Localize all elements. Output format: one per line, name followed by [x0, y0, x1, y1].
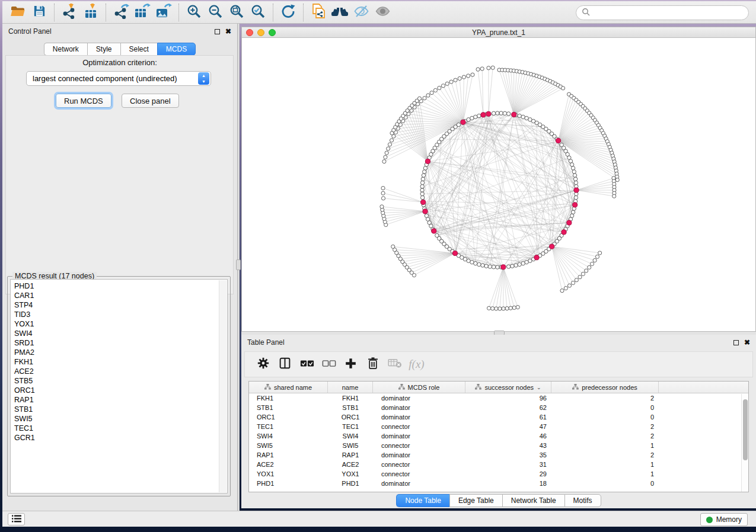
- function-builder-button-disabled[interactable]: f(x): [406, 354, 428, 374]
- network-graph: [242, 38, 755, 331]
- mcds-list-scrollbar[interactable]: [219, 280, 227, 492]
- table-cell: PHD1: [249, 480, 328, 487]
- table-row[interactable]: ACE2ACE2connector311: [249, 460, 748, 469]
- mcds-result-item[interactable]: TEC1: [14, 424, 227, 433]
- table-cell: connector: [373, 423, 465, 430]
- mcds-result-item[interactable]: PMA2: [14, 348, 227, 357]
- run-mcds-button[interactable]: Run MCDS: [56, 94, 111, 108]
- mcds-result-item[interactable]: YOX1: [14, 319, 227, 329]
- table-scrollbar[interactable]: [741, 394, 748, 492]
- open-file-button[interactable]: [7, 3, 28, 22]
- table-cell: ORC1: [328, 414, 373, 421]
- table-cell: 61: [465, 414, 551, 421]
- tab-network[interactable]: Network: [44, 43, 87, 56]
- toolbar-separator: [54, 4, 55, 21]
- delete-columns-button[interactable]: [362, 354, 384, 374]
- tab-edge-table[interactable]: Edge Table: [449, 494, 502, 507]
- network-search-field[interactable]: [576, 5, 749, 20]
- network-canvas[interactable]: [242, 38, 755, 331]
- table-row[interactable]: SWI4SWI4dominator462: [249, 431, 748, 441]
- table-panel: Table Panel ✖ f(x) shared namename: [241, 335, 756, 508]
- gear-icon: [257, 357, 270, 372]
- show-panels-button[interactable]: [8, 513, 25, 525]
- copy-network-button[interactable]: [308, 3, 329, 22]
- mcds-result-item[interactable]: RAP1: [14, 395, 227, 405]
- toolbar-separator: [178, 4, 179, 21]
- delete-table-button-disabled[interactable]: [384, 354, 406, 374]
- zoom-in-button[interactable]: [183, 3, 205, 22]
- toolbar-separator: [106, 4, 106, 21]
- mcds-result-item[interactable]: ACE2: [14, 367, 227, 376]
- mcds-result-item[interactable]: CAR1: [14, 291, 227, 300]
- column-header-shared-name[interactable]: shared name: [249, 382, 328, 393]
- float-panel-icon[interactable]: [215, 29, 220, 34]
- column-type-icon: [475, 384, 481, 391]
- mcds-result-item[interactable]: PHD1: [14, 281, 227, 291]
- refresh-button[interactable]: [277, 3, 299, 22]
- zoom-selected-button[interactable]: [247, 3, 269, 22]
- column-type-icon: [264, 384, 271, 391]
- optimization-criterion-select[interactable]: largest connected component (undirected)…: [26, 71, 211, 86]
- deselect-all-button[interactable]: [318, 354, 340, 374]
- export-image-button[interactable]: [153, 3, 174, 22]
- show-all-button[interactable]: [372, 3, 393, 22]
- mcds-result-item[interactable]: STB5: [14, 376, 227, 386]
- table-cell: STB1: [249, 404, 328, 411]
- table-cell: ACE2: [249, 461, 328, 468]
- table-settings-button[interactable]: [252, 354, 274, 374]
- export-table-button[interactable]: [132, 3, 153, 22]
- float-panel-icon[interactable]: [733, 340, 739, 345]
- export-network-button[interactable]: [110, 3, 132, 22]
- search-input[interactable]: [590, 9, 748, 17]
- import-network-button[interactable]: [59, 3, 80, 22]
- column-header-predecessor-nodes[interactable]: predecessor nodes: [551, 382, 659, 393]
- tab-select[interactable]: Select: [120, 43, 157, 56]
- mcds-result-item[interactable]: FKH1: [14, 357, 227, 367]
- tab-motifs[interactable]: Motifs: [564, 494, 601, 507]
- save-session-button[interactable]: [28, 3, 50, 22]
- splitter-handle[interactable]: [236, 259, 241, 270]
- close-panel-icon[interactable]: ✖: [744, 339, 750, 346]
- table-row[interactable]: STB1STB1dominator620: [249, 403, 748, 412]
- column-header-name[interactable]: name: [328, 382, 373, 393]
- mcds-result-list[interactable]: PHD1CAR1STP4TID3YOX1SWI4SRD1PMA2FKH1ACE2…: [10, 279, 228, 493]
- table-cell: YOX1: [249, 470, 328, 477]
- tab-node-table[interactable]: Node Table: [396, 494, 449, 507]
- table-scrollbar-thumb[interactable]: [743, 399, 748, 460]
- show-columns-button[interactable]: [274, 354, 296, 374]
- mcds-result-item[interactable]: SRD1: [14, 338, 227, 348]
- tab-mcds[interactable]: MCDS: [157, 43, 196, 56]
- mcds-result-item[interactable]: SWI5: [14, 414, 227, 424]
- mcds-result-item[interactable]: SWI4: [14, 329, 227, 338]
- close-panel-button[interactable]: Close panel: [122, 94, 179, 108]
- column-header-MCDS-role[interactable]: MCDS role: [373, 382, 465, 393]
- import-table-button[interactable]: [80, 3, 101, 22]
- table-cell: 0: [551, 414, 659, 421]
- search-binoculars-button[interactable]: [329, 3, 350, 22]
- table-row[interactable]: RAP1RAP1dominator352: [249, 450, 748, 460]
- table-cell: ACE2: [328, 461, 373, 468]
- mcds-result-item[interactable]: STB1: [14, 405, 227, 414]
- table-row[interactable]: ORC1ORC1dominator610: [249, 412, 748, 422]
- table-row[interactable]: YOX1YOX1connector291: [249, 469, 748, 479]
- tab-network-table[interactable]: Network Table: [502, 494, 564, 507]
- hide-selected-button[interactable]: [350, 3, 372, 22]
- column-header-successor-nodes[interactable]: successor nodes⌄: [465, 382, 551, 393]
- table-row[interactable]: PHD1PHD1dominator180: [249, 479, 748, 488]
- zoom-out-button[interactable]: [205, 3, 226, 22]
- table-row[interactable]: TEC1TEC1connector472: [249, 422, 748, 431]
- mcds-result-item[interactable]: GCR1: [14, 433, 227, 443]
- toolbar-separator: [273, 4, 273, 21]
- tab-style[interactable]: Style: [87, 43, 120, 56]
- memory-button[interactable]: Memory: [700, 513, 748, 526]
- zoom-fit-button[interactable]: [226, 3, 247, 22]
- network-window-titlebar[interactable]: YPA_prune.txt_1: [242, 27, 755, 38]
- table-row[interactable]: FKH1FKH1dominator962: [249, 393, 748, 403]
- table-row[interactable]: SWI5SWI5connector431: [249, 441, 748, 450]
- close-panel-icon[interactable]: ✖: [225, 28, 231, 35]
- create-column-button[interactable]: [340, 354, 362, 374]
- select-all-button[interactable]: [296, 354, 318, 374]
- mcds-result-item[interactable]: STP4: [14, 300, 227, 310]
- mcds-result-item[interactable]: ORC1: [14, 386, 227, 395]
- mcds-result-item[interactable]: TID3: [14, 310, 227, 319]
